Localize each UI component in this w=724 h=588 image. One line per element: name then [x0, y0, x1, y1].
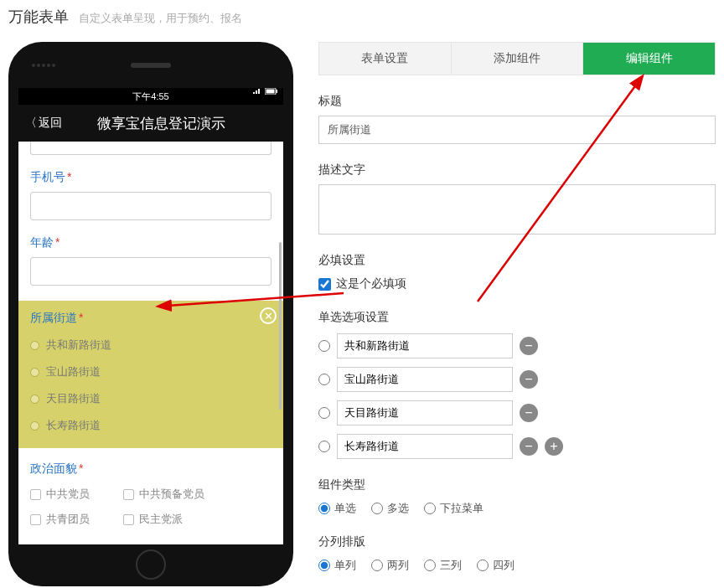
political-option[interactable]: 中共预备党员	[123, 487, 204, 502]
svg-rect-2	[277, 90, 278, 93]
option-row: −	[318, 333, 716, 358]
political-label: 政治面貌*	[30, 462, 272, 477]
street-option[interactable]: 共和新路街道	[30, 338, 272, 353]
phone-input[interactable]	[30, 192, 272, 220]
minus-icon[interactable]: −	[520, 370, 538, 389]
tabs: 表单设置 添加组件 编辑组件	[318, 42, 716, 75]
option-radio[interactable]	[318, 340, 330, 352]
form-body: 手机号* 年龄* ✕ 所属街道* 共和新路街道 宝山路街道 天目路街道 长寿路街…	[18, 142, 283, 544]
minus-icon[interactable]: −	[520, 404, 538, 422]
option-row: −	[318, 400, 716, 426]
navbar: 〈 返回 微享宝信息登记演示	[18, 105, 283, 142]
page-subtitle: 自定义表单呈现，用于预约、报名	[79, 12, 242, 24]
input-partial	[30, 142, 272, 155]
option-text[interactable]	[337, 400, 513, 426]
age-input[interactable]	[30, 257, 272, 286]
svg-rect-1	[266, 90, 275, 94]
desc-label: 描述文字	[318, 162, 716, 178]
status-bar: 下午4:55	[18, 88, 283, 105]
required-label: 必填设置	[318, 253, 716, 268]
option-text[interactable]	[337, 333, 513, 358]
column-option[interactable]: 三列	[424, 558, 462, 573]
street-option[interactable]: 长寿路街道	[30, 418, 272, 433]
political-option[interactable]: 中共党员	[30, 487, 90, 502]
status-time: 下午4:55	[132, 91, 168, 101]
option-row: −	[318, 367, 716, 392]
title-label: 标题	[318, 94, 716, 109]
required-checkbox[interactable]	[318, 278, 331, 291]
comp-type-option[interactable]: 下拉菜单	[424, 501, 484, 516]
radio-options-label: 单选选项设置	[318, 310, 716, 325]
political-option[interactable]: 共青团员	[30, 512, 90, 527]
close-icon[interactable]: ✕	[260, 307, 277, 324]
option-radio[interactable]	[318, 407, 330, 419]
street-component-selected[interactable]: ✕ 所属街道* 共和新路街道 宝山路街道 天目路街道 长寿路街道	[18, 301, 283, 448]
desc-input[interactable]	[318, 184, 716, 235]
option-radio[interactable]	[318, 374, 330, 385]
comp-type-option[interactable]: 单选	[318, 501, 356, 516]
nav-title: 微享宝信息登记演示	[45, 114, 277, 133]
tab-add-component[interactable]: 添加组件	[452, 43, 584, 75]
option-radio[interactable]	[318, 441, 330, 452]
option-row: − +	[318, 434, 716, 459]
political-option[interactable]: 民主党派	[123, 512, 183, 527]
option-text[interactable]	[337, 367, 513, 392]
plus-icon[interactable]: +	[545, 437, 563, 456]
minus-icon[interactable]: −	[520, 437, 538, 456]
street-option[interactable]: 天目路街道	[30, 391, 272, 406]
column-option[interactable]: 两列	[371, 558, 409, 573]
editor-panel: 表单设置 添加组件 编辑组件 标题 描述文字 必填设置 这是个必填项 单选选项设…	[318, 42, 716, 586]
chevron-left-icon: 〈	[25, 116, 37, 131]
title-input[interactable]	[318, 116, 716, 144]
page-title: 万能表单	[8, 7, 69, 27]
age-label: 年龄*	[30, 235, 272, 250]
status-icons	[252, 88, 278, 95]
home-button-icon	[136, 549, 166, 580]
page-header: 万能表单 自定义表单呈现，用于预约、报名	[0, 0, 724, 34]
phone-preview-frame: 下午4:55 〈 返回 微享宝信息登记演示 手机号*	[8, 42, 293, 586]
comp-type-option[interactable]: 多选	[371, 501, 409, 516]
option-text[interactable]	[337, 434, 513, 459]
minus-icon[interactable]: −	[520, 337, 538, 355]
phone-label: 手机号*	[30, 170, 272, 185]
street-label: 所属街道*	[30, 311, 272, 326]
comp-type-label: 组件类型	[318, 477, 716, 493]
column-option[interactable]: 四列	[477, 558, 515, 573]
tab-form-settings[interactable]: 表单设置	[319, 43, 452, 75]
tab-edit-component[interactable]: 编辑组件	[583, 43, 715, 75]
required-text: 这是个必填项	[336, 276, 406, 291]
column-option[interactable]: 单列	[318, 558, 356, 573]
column-label: 分列排版	[318, 534, 716, 549]
scrollbar[interactable]	[279, 242, 282, 410]
street-option[interactable]: 宝山路街道	[30, 364, 272, 379]
